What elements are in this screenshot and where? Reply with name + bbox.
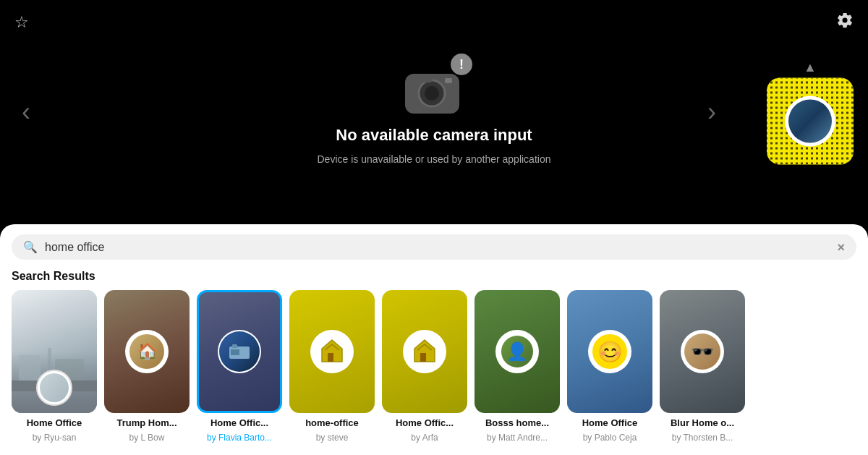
- card-overlay-icon: 😊: [588, 330, 631, 373]
- card-overlay-icon: 🕶️: [681, 330, 724, 373]
- card-author: by steve: [289, 433, 375, 443]
- list-item[interactable]: 🏠 Trump Hom... by L Bow: [104, 290, 190, 443]
- card-label: Blur Home o...: [660, 417, 745, 428]
- nav-arrow-left[interactable]: ‹: [14, 90, 38, 135]
- snapcode-preview-image: [788, 100, 832, 143]
- list-item[interactable]: 👤 Bosss home... by Matt Andre...: [475, 290, 560, 443]
- list-item[interactable]: Home Offic... by Arfa: [382, 290, 467, 443]
- list-item[interactable]: Home Office by Ryu-san: [12, 290, 97, 443]
- camera-area: ☆ ! No available camera input Device is …: [0, 0, 868, 224]
- card-overlay-icon: [310, 330, 354, 373]
- top-bar: ☆: [0, 0, 868, 45]
- search-icon: 🔍: [23, 240, 38, 254]
- card-author: by Pablo Ceja: [567, 433, 652, 443]
- card-author: by Arfa: [382, 433, 467, 443]
- list-item[interactable]: home-office by steve: [289, 290, 375, 443]
- card-label: Home Offic...: [382, 417, 467, 428]
- bottom-panel: 🔍 × Search Results Home O: [0, 224, 868, 455]
- card-thumbnail: [289, 290, 375, 413]
- svg-point-2: [425, 86, 439, 101]
- search-input[interactable]: [45, 241, 830, 254]
- svg-rect-17: [420, 353, 426, 362]
- card-author: by Thorsten B...: [660, 433, 745, 443]
- snapcode-panel[interactable]: ▲: [767, 60, 854, 165]
- settings-icon[interactable]: [836, 12, 854, 33]
- card-overlay-icon: 🏠: [125, 330, 169, 373]
- snapcode-up-arrow: ▲: [804, 60, 817, 75]
- card-thumbnail: [382, 290, 467, 413]
- camera-error-content: ! No available camera input Device is un…: [318, 59, 551, 165]
- svg-rect-15: [328, 353, 333, 362]
- card-author: by Matt Andre...: [475, 433, 560, 443]
- svg-rect-11: [231, 349, 239, 355]
- snapcode-box[interactable]: [767, 78, 854, 165]
- card-label: Trump Hom...: [104, 417, 190, 428]
- card-author: by Flavia Barto...: [197, 433, 282, 443]
- card-label: Home Office: [12, 417, 97, 428]
- camera-error-title: No available camera input: [336, 126, 532, 145]
- card-overlay-icon: 👤: [495, 330, 539, 373]
- card-thumbnail: 🏠: [104, 290, 190, 413]
- camera-icon-wrapper: !: [401, 59, 467, 117]
- nav-arrow-right[interactable]: ›: [700, 90, 723, 135]
- results-grid: Home Office by Ryu-san 🏠 Trump Hom... by…: [0, 290, 868, 443]
- section-title: Search Results: [0, 267, 868, 290]
- card-author: by Ryu-san: [12, 433, 97, 443]
- favorite-icon[interactable]: ☆: [14, 13, 29, 32]
- card-overlay-icon: [218, 330, 261, 373]
- list-item[interactable]: Home Offic... by Flavia Barto...: [197, 290, 282, 443]
- alert-badge: !: [451, 54, 472, 75]
- card-label: Bosss home...: [475, 417, 560, 428]
- card-thumbnail: [12, 290, 97, 413]
- card-author: by L Bow: [104, 433, 190, 443]
- list-item[interactable]: 😊 Home Office by Pablo Ceja: [567, 290, 652, 443]
- list-item[interactable]: 🕶️ Blur Home o... by Thorsten B...: [660, 290, 745, 443]
- card-thumbnail: [197, 290, 282, 413]
- snapcode-inner: [785, 96, 835, 147]
- svg-rect-10: [232, 344, 237, 348]
- clear-button[interactable]: ×: [837, 241, 845, 254]
- office-mini-preview: [36, 370, 72, 406]
- card-label: Home Office: [567, 417, 652, 428]
- camera-error-subtitle: Device is unavailable or used by another…: [318, 153, 551, 165]
- card-overlay-icon: [403, 330, 446, 373]
- card-thumbnail: 🕶️: [660, 290, 745, 413]
- svg-rect-4: [445, 78, 452, 83]
- card-thumbnail: 👤: [475, 290, 560, 413]
- card-label: home-office: [289, 417, 375, 428]
- search-bar-wrapper: 🔍 ×: [0, 224, 868, 267]
- card-thumbnail: 😊: [567, 290, 652, 413]
- card-label: Home Offic...: [197, 417, 282, 428]
- svg-rect-3: [420, 75, 433, 82]
- search-bar[interactable]: 🔍 ×: [12, 234, 856, 260]
